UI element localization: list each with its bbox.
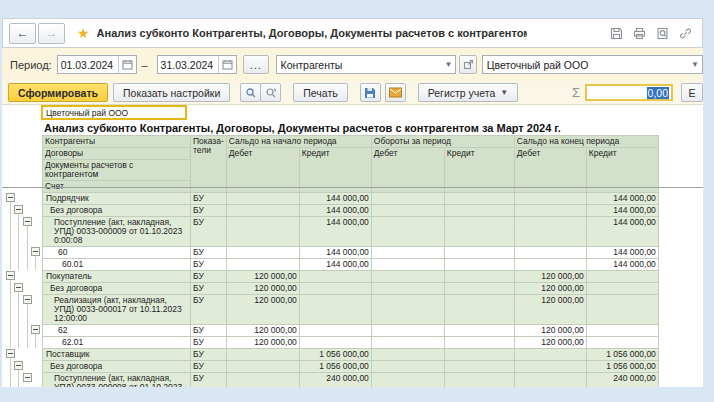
- save-icon[interactable]: [610, 27, 623, 40]
- row-value-cell[interactable]: [444, 259, 514, 271]
- row-value-cell[interactable]: [226, 373, 299, 388]
- more-button[interactable]: Е: [681, 83, 703, 102]
- calendar-icon[interactable]: [218, 56, 236, 73]
- row-value-cell[interactable]: [371, 271, 444, 283]
- row-value-cell[interactable]: [371, 325, 444, 337]
- row-name-cell[interactable]: 60.01: [43, 259, 191, 271]
- row-value-cell[interactable]: [299, 325, 371, 337]
- favorite-star-icon[interactable]: ★: [77, 26, 90, 40]
- show-settings-button[interactable]: Показать настройки: [113, 83, 230, 102]
- row-value-cell[interactable]: [514, 205, 586, 217]
- collapse-group-button[interactable]: [14, 205, 23, 214]
- row-value-cell[interactable]: 144 000,00: [586, 193, 658, 205]
- row-value-cell[interactable]: 120 000,00: [514, 325, 586, 337]
- row-value-cell[interactable]: [514, 361, 586, 373]
- preview-icon[interactable]: [656, 27, 669, 40]
- row-name-cell[interactable]: Поставщик: [43, 349, 191, 361]
- row-value-cell[interactable]: 144 000,00: [299, 259, 371, 271]
- row-value-cell[interactable]: 144 000,00: [299, 247, 371, 259]
- row-value-cell[interactable]: [586, 295, 658, 325]
- row-value-cell[interactable]: [299, 283, 371, 295]
- row-value-cell[interactable]: [371, 205, 444, 217]
- calendar-icon[interactable]: [118, 56, 136, 73]
- row-value-cell[interactable]: [371, 259, 444, 271]
- collapse-group-button[interactable]: [6, 193, 15, 202]
- sum-input[interactable]: 0,00: [585, 84, 673, 101]
- row-value-cell[interactable]: [586, 325, 658, 337]
- row-indicator-cell[interactable]: БУ: [191, 259, 227, 271]
- collapse-group-button[interactable]: [31, 247, 40, 256]
- row-indicator-cell[interactable]: БУ: [191, 361, 227, 373]
- row-value-cell[interactable]: 144 000,00: [586, 247, 658, 259]
- row-value-cell[interactable]: [226, 247, 299, 259]
- row-value-cell[interactable]: [586, 337, 658, 349]
- link-icon[interactable]: [679, 27, 692, 40]
- row-value-cell[interactable]: [226, 193, 299, 205]
- date-to-value[interactable]: 31.03.2024: [158, 59, 219, 71]
- row-value-cell[interactable]: [444, 283, 514, 295]
- row-name-cell[interactable]: Подрядчик: [43, 193, 191, 205]
- row-value-cell[interactable]: 240 000,00: [299, 373, 371, 388]
- collapse-group-button[interactable]: [23, 373, 32, 382]
- row-value-cell[interactable]: 144 000,00: [586, 205, 658, 217]
- row-value-cell[interactable]: [226, 217, 299, 247]
- row-name-cell[interactable]: 62: [43, 325, 191, 337]
- organization-field[interactable]: Цветочный рай ООО: [41, 105, 187, 120]
- row-value-cell[interactable]: 144 000,00: [299, 217, 371, 247]
- row-indicator-cell[interactable]: БУ: [191, 205, 227, 217]
- generate-button[interactable]: Сформировать: [8, 83, 108, 102]
- row-value-cell[interactable]: 144 000,00: [586, 259, 658, 271]
- row-value-cell[interactable]: [444, 373, 514, 388]
- row-indicator-cell[interactable]: БУ: [191, 271, 227, 283]
- row-value-cell[interactable]: [444, 337, 514, 349]
- row-value-cell[interactable]: [226, 205, 299, 217]
- row-value-cell[interactable]: [371, 373, 444, 388]
- row-value-cell[interactable]: 1 056 000,00: [299, 361, 371, 373]
- collapse-group-button[interactable]: [6, 349, 15, 358]
- row-value-cell[interactable]: [226, 259, 299, 271]
- collapse-group-button[interactable]: [14, 283, 23, 292]
- collapse-group-button[interactable]: [31, 325, 40, 334]
- row-value-cell[interactable]: 1 056 000,00: [586, 349, 658, 361]
- row-value-cell[interactable]: 120 000,00: [226, 271, 299, 283]
- collapse-group-button[interactable]: [23, 295, 32, 304]
- row-value-cell[interactable]: [514, 259, 586, 271]
- row-value-cell[interactable]: [514, 193, 586, 205]
- row-name-cell[interactable]: Без договора: [43, 361, 191, 373]
- row-value-cell[interactable]: 120 000,00: [226, 325, 299, 337]
- row-name-cell[interactable]: Поступление (акт, накладная, УПД) 0033-0…: [43, 217, 191, 247]
- row-value-cell[interactable]: [371, 349, 444, 361]
- row-value-cell[interactable]: [371, 361, 444, 373]
- row-value-cell[interactable]: 120 000,00: [226, 337, 299, 349]
- row-value-cell[interactable]: [586, 283, 658, 295]
- row-value-cell[interactable]: 144 000,00: [299, 193, 371, 205]
- row-value-cell[interactable]: [514, 373, 586, 388]
- collapse-group-button[interactable]: [23, 217, 32, 226]
- row-indicator-cell[interactable]: БУ: [191, 295, 227, 325]
- period-options-button[interactable]: ...: [243, 55, 268, 74]
- save-report-button[interactable]: [360, 83, 381, 102]
- row-indicator-cell[interactable]: БУ: [191, 193, 227, 205]
- row-value-cell[interactable]: [299, 295, 371, 325]
- row-value-cell[interactable]: [444, 361, 514, 373]
- print-button[interactable]: Печать: [293, 83, 347, 102]
- subconto-combo[interactable]: Контрагенты ▼: [276, 55, 457, 74]
- row-value-cell[interactable]: [371, 283, 444, 295]
- row-value-cell[interactable]: [444, 217, 514, 247]
- row-value-cell[interactable]: [444, 193, 514, 205]
- row-value-cell[interactable]: 120 000,00: [514, 283, 586, 295]
- row-value-cell[interactable]: [444, 205, 514, 217]
- row-indicator-cell[interactable]: БУ: [191, 247, 227, 259]
- row-value-cell[interactable]: [514, 247, 586, 259]
- forward-button[interactable]: →: [38, 23, 65, 44]
- row-indicator-cell[interactable]: БУ: [191, 325, 227, 337]
- search-next-button[interactable]: [260, 83, 281, 102]
- row-value-cell[interactable]: 120 000,00: [226, 283, 299, 295]
- row-value-cell[interactable]: [514, 217, 586, 247]
- row-name-cell[interactable]: 60: [43, 247, 191, 259]
- print-icon[interactable]: [633, 27, 646, 40]
- row-value-cell[interactable]: [226, 361, 299, 373]
- row-value-cell[interactable]: 120 000,00: [514, 295, 586, 325]
- row-value-cell[interactable]: 120 000,00: [514, 271, 586, 283]
- row-value-cell[interactable]: 120 000,00: [226, 295, 299, 325]
